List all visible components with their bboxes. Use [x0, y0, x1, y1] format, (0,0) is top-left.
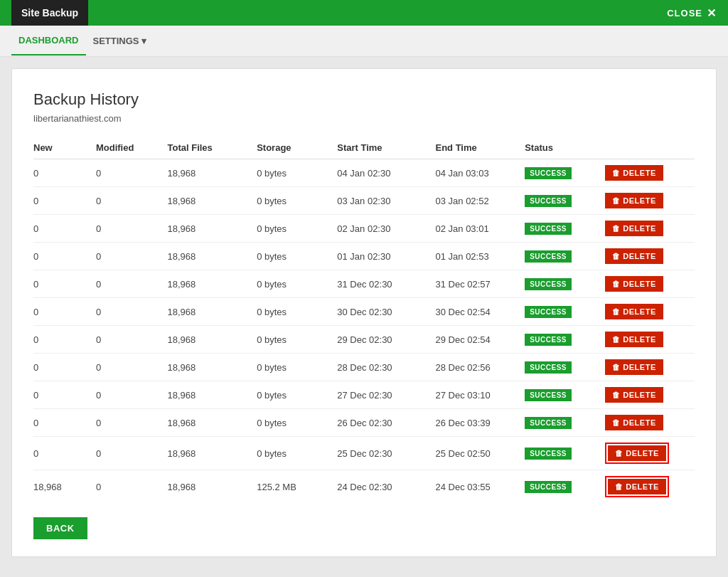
- delete-button[interactable]: 🗑 DELETE: [605, 165, 663, 181]
- delete-button[interactable]: 🗑 DELETE: [605, 359, 663, 375]
- cell-status: SUCCESS: [525, 326, 605, 354]
- col-header-storage: Storage: [257, 137, 337, 159]
- cell-storage: 0 bytes: [257, 215, 337, 243]
- nav-settings[interactable]: SETTINGS ▾: [86, 27, 154, 55]
- back-button[interactable]: BACK: [33, 517, 87, 539]
- col-header-status: Status: [525, 137, 605, 159]
- table-row: 0018,9680 bytes26 Dec 02:3026 Dec 03:39S…: [33, 409, 695, 437]
- status-badge: SUCCESS: [525, 306, 572, 318]
- close-button[interactable]: CLOSE ✕: [667, 6, 717, 20]
- header: Site Backup CLOSE ✕: [0, 0, 728, 26]
- table-row: 0018,9680 bytes29 Dec 02:3029 Dec 02:54S…: [33, 326, 695, 354]
- cell-endtime: 24 Dec 03:55: [436, 470, 525, 504]
- status-badge: SUCCESS: [525, 167, 572, 179]
- cell-new: 0: [33, 326, 96, 354]
- delete-button[interactable]: 🗑 DELETE: [605, 221, 663, 236]
- nav-bar: DASHBOARD SETTINGS ▾: [0, 26, 728, 57]
- col-header-modified: Modified: [96, 137, 168, 159]
- table-row: 0018,9680 bytes01 Jan 02:3001 Jan 02:53S…: [33, 243, 695, 270]
- cell-action: 🗑 DELETE: [605, 187, 695, 215]
- cell-starttime: 25 Dec 02:30: [337, 437, 435, 470]
- section-title: Backup History: [33, 90, 695, 109]
- table-row: 0018,9680 bytes28 Dec 02:3028 Dec 02:56S…: [33, 354, 695, 381]
- cell-action: 🗑 DELETE: [605, 298, 695, 326]
- table-row: 0018,9680 bytes30 Dec 02:3030 Dec 02:54S…: [33, 298, 695, 326]
- table-row: 0018,9680 bytes03 Jan 02:3003 Jan 02:52S…: [33, 187, 695, 215]
- cell-starttime: 03 Jan 02:30: [337, 187, 435, 215]
- highlight-outline: 🗑 DELETE: [605, 476, 668, 497]
- table-row: 18,968018,968125.2 MB24 Dec 02:3024 Dec …: [33, 470, 695, 504]
- cell-status: SUCCESS: [525, 354, 605, 381]
- cell-modified: 0: [96, 243, 168, 270]
- cell-starttime: 02 Jan 02:30: [337, 215, 435, 243]
- cell-status: SUCCESS: [525, 270, 605, 298]
- cell-totalfiles: 18,968: [168, 187, 257, 215]
- col-header-starttime: Start Time: [337, 137, 435, 159]
- nav-dashboard[interactable]: DASHBOARD: [11, 26, 86, 55]
- cell-modified: 0: [96, 326, 168, 354]
- cell-totalfiles: 18,968: [168, 437, 257, 470]
- cell-endtime: 27 Dec 03:10: [436, 381, 525, 409]
- cell-endtime: 31 Dec 02:57: [436, 270, 525, 298]
- status-badge: SUCCESS: [525, 223, 572, 235]
- cell-action: 🗑 DELETE: [605, 354, 695, 381]
- cell-new: 18,968: [33, 470, 96, 504]
- cell-modified: 0: [96, 437, 168, 470]
- status-badge: SUCCESS: [525, 250, 572, 263]
- cell-new: 0: [33, 409, 96, 437]
- cell-storage: 0 bytes: [257, 270, 337, 298]
- cell-starttime: 28 Dec 02:30: [337, 354, 435, 381]
- cell-endtime: 30 Dec 02:54: [436, 298, 525, 326]
- cell-storage: 0 bytes: [257, 409, 337, 437]
- status-badge: SUCCESS: [525, 448, 572, 460]
- cell-status: SUCCESS: [525, 470, 605, 504]
- delete-button[interactable]: 🗑 DELETE: [605, 387, 663, 403]
- cell-storage: 0 bytes: [257, 243, 337, 270]
- status-badge: SUCCESS: [525, 278, 572, 290]
- cell-endtime: 04 Jan 03:03: [436, 159, 525, 187]
- cell-totalfiles: 18,968: [168, 270, 257, 298]
- cell-totalfiles: 18,968: [168, 215, 257, 243]
- cell-action: 🗑 DELETE: [605, 409, 695, 437]
- delete-button[interactable]: 🗑 DELETE: [605, 332, 663, 347]
- cell-status: SUCCESS: [525, 298, 605, 326]
- col-header-new: New: [33, 137, 96, 159]
- main-content: Backup History libertarianathiest.com Ne…: [0, 57, 728, 568]
- cell-status: SUCCESS: [525, 437, 605, 470]
- cell-status: SUCCESS: [525, 243, 605, 270]
- cell-modified: 0: [96, 159, 168, 187]
- cell-starttime: 04 Jan 02:30: [337, 159, 435, 187]
- cell-endtime: 01 Jan 02:53: [436, 243, 525, 270]
- delete-button[interactable]: 🗑 DELETE: [605, 193, 663, 208]
- cell-modified: 0: [96, 381, 168, 409]
- cell-storage: 0 bytes: [257, 381, 337, 409]
- cell-starttime: 01 Jan 02:30: [337, 243, 435, 270]
- delete-button[interactable]: 🗑 DELETE: [605, 304, 663, 319]
- cell-storage: 0 bytes: [257, 437, 337, 470]
- delete-button[interactable]: 🗑 DELETE: [605, 276, 663, 292]
- cell-starttime: 29 Dec 02:30: [337, 326, 435, 354]
- cell-status: SUCCESS: [525, 187, 605, 215]
- cell-totalfiles: 18,968: [168, 354, 257, 381]
- cell-storage: 0 bytes: [257, 298, 337, 326]
- delete-button[interactable]: 🗑 DELETE: [605, 415, 663, 430]
- col-header-endtime: End Time: [436, 137, 525, 159]
- table-header-row: New Modified Total Files Storage Start T…: [33, 137, 695, 159]
- delete-button[interactable]: 🗑 DELETE: [608, 479, 665, 494]
- col-header-action: [605, 137, 695, 159]
- cell-status: SUCCESS: [525, 381, 605, 409]
- cell-endtime: 28 Dec 02:56: [436, 354, 525, 381]
- cell-new: 0: [33, 215, 96, 243]
- status-badge: SUCCESS: [525, 361, 572, 374]
- delete-button[interactable]: 🗑 DELETE: [608, 445, 665, 461]
- cell-totalfiles: 18,968: [168, 409, 257, 437]
- cell-totalfiles: 18,968: [168, 298, 257, 326]
- delete-button[interactable]: 🗑 DELETE: [605, 248, 663, 264]
- cell-status: SUCCESS: [525, 409, 605, 437]
- cell-starttime: 31 Dec 02:30: [337, 270, 435, 298]
- cell-modified: 0: [96, 354, 168, 381]
- content-card: Backup History libertarianathiest.com Ne…: [11, 68, 717, 557]
- cell-new: 0: [33, 437, 96, 470]
- cell-new: 0: [33, 187, 96, 215]
- cell-new: 0: [33, 270, 96, 298]
